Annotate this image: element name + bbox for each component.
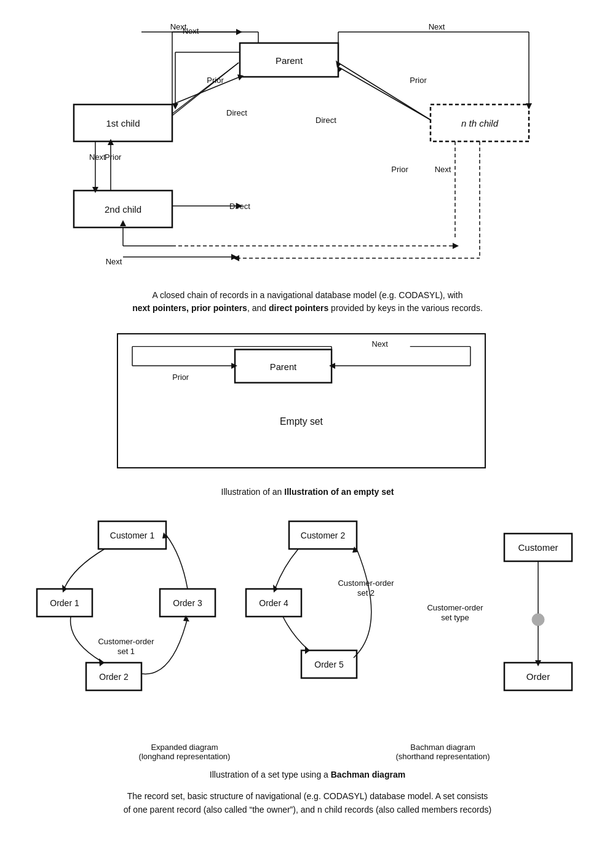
caption2-wrap: Illustration of an Illustration of an em… [92,487,523,497]
svg-rect-0 [240,43,338,77]
svg-line-33 [172,63,239,116]
svg-marker-40 [336,60,341,68]
svg-rect-6 [430,105,529,141]
svg-text:set 1: set 1 [117,647,135,656]
svg-text:Order 4: Order 4 [259,598,288,608]
svg-text:Empty set: Empty set [280,416,323,427]
svg-text:Parent: Parent [270,362,296,372]
svg-marker-19 [236,29,242,35]
svg-marker-31 [337,65,342,73]
svg-text:Customer-order: Customer-order [338,578,394,588]
svg-text:Order 1: Order 1 [50,598,79,608]
bold-next: next pointers, prior pointers [132,303,247,313]
diagram3: Customer 1 Order 1 Order 2 Order 3 Custo… [25,515,590,736]
svg-text:set type: set type [441,613,469,622]
diagram1: Parent 1st child 2nd child n th child Ne… [25,18,590,283]
bold-bachman: Bachman diagram [331,770,405,779]
svg-text:Next: Next [89,152,106,162]
svg-text:Direct: Direct [315,116,336,125]
caption1-line1: A closed chain of records in a navigatio… [152,290,462,300]
svg-text:Prior: Prior [207,76,224,85]
svg-marker-55 [120,220,126,226]
svg-text:Customer: Customer [518,542,558,553]
svg-text:Customer-order: Customer-order [98,637,154,646]
caption1: A closed chain of records in a navigatio… [92,289,523,315]
svg-point-105 [532,614,544,626]
svg-marker-25 [526,103,532,109]
svg-marker-11 [172,103,178,109]
diagram1-svg: Parent 1st child 2nd child n th child Ne… [25,18,590,283]
diagram2-wrap: Parent Next Prior Empty set [117,333,498,468]
svg-text:Next: Next [435,165,451,174]
svg-text:2nd child: 2nd child [105,204,141,215]
svg-text:Direct: Direct [229,202,250,211]
svg-text:Customer-order: Customer-order [427,603,483,612]
bold-direct: direct pointers [269,303,328,313]
svg-line-30 [339,68,430,120]
svg-text:set 2: set 2 [357,588,375,598]
svg-text:Next: Next [106,257,122,266]
diagram3-bottom-labels: Expanded diagram (longhand representatio… [25,743,590,761]
caption1-line2: next pointers, prior pointers, and direc… [132,303,483,313]
svg-text:Customer 1: Customer 1 [110,531,155,540]
svg-marker-44 [92,187,98,193]
bold-empty-set: Illustration of an empty set [284,487,394,497]
caption3: Illustration of a set type using a Bachm… [25,770,590,779]
svg-text:n th child: n th child [461,118,499,128]
expanded-label: Expanded diagram (longhand representatio… [123,743,246,761]
svg-text:Parent: Parent [276,55,303,66]
svg-text:1st child: 1st child [106,118,140,128]
svg-marker-37 [236,203,242,209]
diagram2: Parent Next Prior Empty set [117,333,486,468]
svg-text:Next: Next [372,339,389,349]
svg-text:Order 5: Order 5 [314,660,344,669]
svg-text:Next: Next [429,22,445,31]
svg-text:Order 3: Order 3 [173,598,202,608]
bachman-label: Bachman diagram (shorthand representatio… [381,743,504,761]
svg-marker-46 [108,139,114,145]
diagram3-svg: Customer 1 Order 1 Order 2 Order 3 Custo… [25,515,590,736]
diagram2-svg: Parent Next Prior Empty set [118,334,485,467]
svg-line-27 [172,77,240,105]
svg-line-39 [338,63,430,120]
svg-text:Order: Order [526,671,550,682]
svg-text:Prior: Prior [391,165,408,174]
svg-text:Prior: Prior [410,76,427,85]
svg-rect-2 [74,105,172,141]
svg-line-34 [172,63,239,114]
svg-marker-53 [453,243,459,249]
bottom-line1: The record set, basic structure of navig… [127,791,488,801]
svg-marker-61 [233,255,239,261]
svg-text:Next: Next [170,22,187,31]
svg-text:Order 2: Order 2 [99,672,129,682]
svg-text:Customer 2: Customer 2 [301,531,346,540]
bottom-line2: of one parent record (also called “the o… [124,805,491,815]
svg-text:Prior: Prior [172,373,189,382]
bottom-text: The record set, basic structure of navig… [62,789,554,817]
page: Parent 1st child 2nd child n th child Ne… [0,0,615,842]
svg-marker-28 [237,74,244,81]
svg-text:Prior: Prior [105,152,122,162]
svg-rect-4 [74,191,172,227]
svg-text:Next: Next [183,26,199,36]
svg-text:Direct: Direct [226,108,247,117]
svg-marker-58 [231,254,237,260]
